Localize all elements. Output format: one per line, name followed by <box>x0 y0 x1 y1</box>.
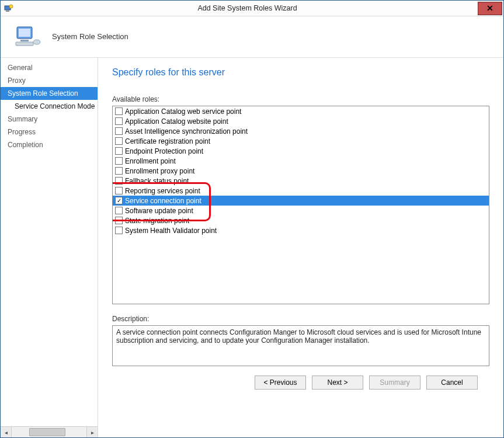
sidebar-item-general[interactable]: General <box>1 61 98 74</box>
role-checkbox[interactable] <box>115 217 123 224</box>
sidebar-item-completion[interactable]: Completion <box>1 138 98 151</box>
scroll-thumb[interactable] <box>29 428 65 436</box>
role-checkbox[interactable] <box>115 177 123 185</box>
role-row[interactable]: Reporting services point <box>113 186 489 196</box>
page-title: System Role Selection <box>52 32 128 41</box>
role-label: Reporting services point <box>125 187 200 195</box>
window-title: Add Site System Roles Wizard <box>17 4 478 12</box>
svg-rect-5 <box>20 40 29 41</box>
role-row[interactable]: Enrollment proxy point <box>113 166 489 176</box>
summary-button[interactable]: Summary <box>369 376 420 390</box>
role-row[interactable]: Fallback status point <box>113 176 489 186</box>
role-checkbox[interactable] <box>115 137 123 145</box>
sidebar-item-progress[interactable]: Progress <box>1 126 98 138</box>
sidebar-item-proxy[interactable]: Proxy <box>1 74 98 87</box>
role-row[interactable]: System Health Validator point <box>113 225 489 235</box>
next-button[interactable]: Next > <box>312 376 363 390</box>
role-label: Asset Intelligence synchronization point <box>125 127 248 135</box>
main-heading: Specify roles for this server <box>112 67 489 78</box>
sidebar-item-label: Proxy <box>8 77 26 85</box>
role-row[interactable]: Certificate registration point <box>113 136 489 146</box>
role-checkbox[interactable] <box>115 147 123 155</box>
role-checkbox[interactable] <box>115 157 123 165</box>
sidebar-item-label: Service Connection Mode <box>15 102 95 110</box>
titlebar: Add Site System Roles Wizard ✕ <box>1 1 503 16</box>
role-row[interactable]: Endpoint Protection point <box>113 146 489 156</box>
cancel-button[interactable]: Cancel <box>426 376 478 390</box>
wizard-main: Specify roles for this server Available … <box>98 58 503 437</box>
sidebar-item-system-role-selection[interactable]: System Role Selection <box>1 87 98 100</box>
svg-point-7 <box>33 40 40 44</box>
sidebar-item-label: Completion <box>8 141 43 149</box>
role-label: Endpoint Protection point <box>125 147 203 155</box>
sidebar-item-label: Summary <box>8 115 37 123</box>
scroll-left-arrow-icon[interactable]: ◂ <box>1 427 12 437</box>
description-label: Description: <box>112 315 489 323</box>
svg-point-2 <box>9 5 13 8</box>
role-row[interactable]: State migration point <box>113 215 489 225</box>
role-checkbox[interactable] <box>115 227 123 234</box>
role-row[interactable]: Software update point <box>113 206 489 215</box>
wizard-body: GeneralProxySystem Role SelectionService… <box>1 58 503 437</box>
svg-rect-6 <box>16 42 33 46</box>
role-label: State migration point <box>125 217 189 225</box>
sidebar-item-service-connection-mode[interactable]: Service Connection Mode <box>1 100 98 113</box>
close-button[interactable]: ✕ <box>478 2 502 15</box>
sidebar-item-label: Progress <box>8 128 36 136</box>
wizard-window: Add Site System Roles Wizard ✕ System Ro… <box>0 0 504 438</box>
wizard-nav-sidebar: GeneralProxySystem Role SelectionService… <box>1 58 98 437</box>
role-label: Software update point <box>125 207 193 215</box>
sidebar-item-summary[interactable]: Summary <box>1 113 98 126</box>
wizard-footer: < Previous Next > Summary Cancel <box>112 366 489 398</box>
available-roles-listbox[interactable]: Application Catalog web service pointApp… <box>112 106 489 304</box>
role-checkbox[interactable] <box>115 207 123 214</box>
role-label: Fallback status point <box>125 177 189 185</box>
role-label: Application Catalog web service point <box>125 107 241 116</box>
role-row[interactable]: Application Catalog web service point <box>113 106 489 116</box>
computer-icon <box>15 25 41 48</box>
role-checkbox[interactable]: ✓ <box>115 197 123 204</box>
available-roles-label: Available roles: <box>112 95 489 103</box>
role-row[interactable]: Enrollment point <box>113 156 489 166</box>
scroll-track[interactable] <box>12 427 86 437</box>
role-label: System Health Validator point <box>125 227 217 235</box>
role-row[interactable]: ✓Service connection point <box>113 196 489 206</box>
svg-rect-1 <box>6 11 9 12</box>
svg-rect-4 <box>19 29 30 37</box>
close-icon: ✕ <box>486 4 493 13</box>
role-label: Service connection point <box>125 197 201 205</box>
role-checkbox[interactable] <box>115 167 123 175</box>
role-checkbox[interactable] <box>115 117 123 125</box>
description-textbox: A service connection point connects Conf… <box>112 325 489 366</box>
role-checkbox[interactable] <box>115 127 123 135</box>
sidebar-item-label: General <box>8 64 33 72</box>
sidebar-scrollbar[interactable]: ◂ ▸ <box>1 426 98 437</box>
role-checkbox[interactable] <box>115 107 123 115</box>
role-label: Application Catalog website point <box>125 117 228 126</box>
sidebar-item-label: System Role Selection <box>8 89 78 98</box>
wizard-nav-list: GeneralProxySystem Role SelectionService… <box>1 58 98 426</box>
previous-button[interactable]: < Previous <box>255 376 306 390</box>
role-label: Enrollment proxy point <box>125 167 194 175</box>
app-icon <box>4 4 13 13</box>
wizard-header: System Role Selection <box>1 16 503 58</box>
scroll-right-arrow-icon[interactable]: ▸ <box>86 427 98 437</box>
role-row[interactable]: Application Catalog website point <box>113 116 489 126</box>
role-checkbox[interactable] <box>115 187 123 194</box>
role-label: Enrollment point <box>125 157 176 165</box>
role-row[interactable]: Asset Intelligence synchronization point <box>113 126 489 136</box>
role-label: Certificate registration point <box>125 137 210 145</box>
